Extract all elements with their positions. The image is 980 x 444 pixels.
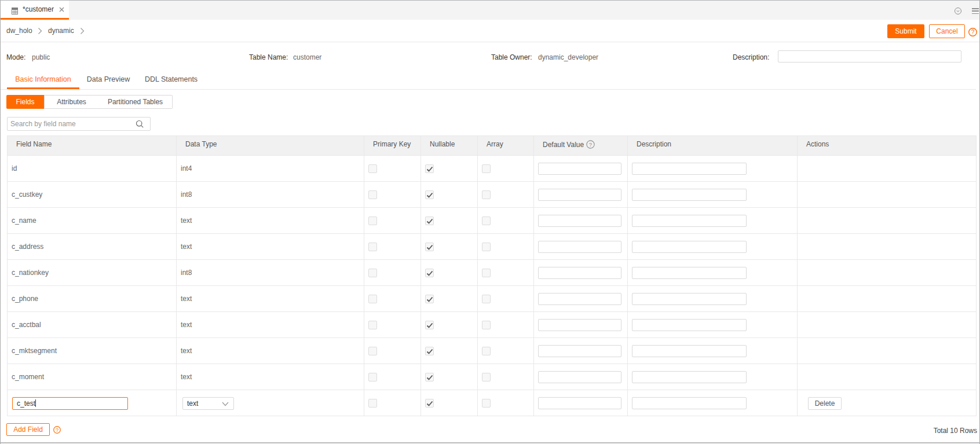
svg-text:?: ? [588,141,591,148]
svg-text:?: ? [56,427,58,433]
svg-text:?: ? [971,29,975,35]
